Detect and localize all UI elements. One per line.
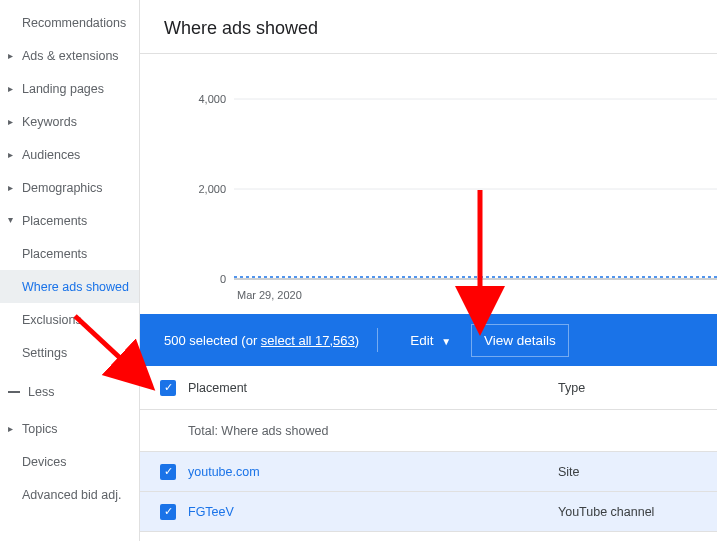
sidebar-item-label: Demographics xyxy=(22,181,103,195)
chevron-right-icon: ▸ xyxy=(8,50,18,61)
placement-cell[interactable]: FGTeeV xyxy=(188,505,558,519)
chevron-right-icon: ▸ xyxy=(8,83,18,94)
sidebar-item-landing-pages[interactable]: ▸ Landing pages xyxy=(0,72,139,105)
type-cell: YouTube channel xyxy=(558,505,654,519)
column-type[interactable]: Type xyxy=(558,381,585,395)
column-placement[interactable]: Placement xyxy=(188,381,558,395)
sidebar-item-placements[interactable]: ▾ Placements xyxy=(0,204,139,237)
chevron-right-icon: ▸ xyxy=(8,149,18,160)
view-details-button[interactable]: View details xyxy=(471,324,569,357)
sidebar-sub-where-ads-showed[interactable]: Where ads showed xyxy=(0,270,139,303)
sidebar-item-label: Audiences xyxy=(22,148,80,162)
sidebar-item-topics[interactable]: ▸ Topics xyxy=(0,412,139,445)
chevron-right-icon: ▸ xyxy=(8,116,18,127)
sidebar-sub-exclusions[interactable]: Exclusions xyxy=(0,303,139,336)
table-row[interactable]: ✓ FGTeeV YouTube channel xyxy=(140,492,717,532)
chart: 4,000 2,000 0 Mar 29, 2020 xyxy=(140,54,717,314)
sidebar-item-keywords[interactable]: ▸ Keywords xyxy=(0,105,139,138)
sidebar-item-label: Ads & extensions xyxy=(22,49,119,63)
header-checkbox[interactable]: ✓ xyxy=(160,380,176,396)
sidebar-sub-label: Exclusions xyxy=(22,313,82,327)
sidebar-item-demographics[interactable]: ▸ Demographics xyxy=(0,171,139,204)
main: Where ads showed 4,000 2,000 0 Mar 29, 2… xyxy=(140,0,717,541)
sidebar-item-label: Recommendations xyxy=(22,16,126,30)
table-header: ✓ Placement Type xyxy=(140,366,717,410)
sidebar-item-label: Placements xyxy=(22,214,87,228)
page-title: Where ads showed xyxy=(140,0,717,54)
sidebar-item-advanced-bid-adj[interactable]: ▸ Advanced bid adj. xyxy=(0,478,139,511)
selection-count: 500 selected (or select all 17,563) xyxy=(164,333,359,348)
sidebar-less-label: Less xyxy=(28,385,54,399)
xlabel: Mar 29, 2020 xyxy=(237,289,302,301)
sidebar-item-devices[interactable]: ▸ Devices xyxy=(0,445,139,478)
type-cell: Site xyxy=(558,465,580,479)
table-total-row: ✓ Total: Where ads showed xyxy=(140,410,717,452)
sidebar-sub-label: Placements xyxy=(22,247,87,261)
placement-cell[interactable]: youtube.com xyxy=(188,465,558,479)
chevron-right-icon: ▸ xyxy=(8,423,18,434)
ytick-4000: 4,000 xyxy=(198,93,226,105)
sidebar: ▸ Recommendations ▸ Ads & extensions ▸ L… xyxy=(0,0,140,541)
chevron-down-icon: ▾ xyxy=(8,214,18,225)
select-all-link[interactable]: select all 17,563 xyxy=(261,333,355,348)
sidebar-item-label: Topics xyxy=(22,422,57,436)
sidebar-sub-settings[interactable]: Settings xyxy=(0,336,139,369)
row-checkbox[interactable]: ✓ xyxy=(160,504,176,520)
divider xyxy=(377,328,382,352)
ytick-2000: 2,000 xyxy=(198,183,226,195)
sidebar-item-recommendations[interactable]: ▸ Recommendations xyxy=(0,6,139,39)
chevron-right-icon: ▸ xyxy=(8,182,18,193)
sidebar-sub-placements[interactable]: Placements xyxy=(0,237,139,270)
chevron-down-icon: ▼ xyxy=(441,336,451,347)
sidebar-item-label: Landing pages xyxy=(22,82,104,96)
sidebar-item-ads-extensions[interactable]: ▸ Ads & extensions xyxy=(0,39,139,72)
sidebar-item-audiences[interactable]: ▸ Audiences xyxy=(0,138,139,171)
minus-icon xyxy=(8,391,20,393)
sidebar-less[interactable]: Less xyxy=(0,375,139,408)
sidebar-item-label: Devices xyxy=(22,455,66,469)
row-checkbox[interactable]: ✓ xyxy=(160,464,176,480)
sidebar-item-label: Keywords xyxy=(22,115,77,129)
ytick-0: 0 xyxy=(220,273,226,285)
selection-action-bar: 500 selected (or select all 17,563) Edit… xyxy=(140,314,717,366)
sidebar-sub-label: Where ads showed xyxy=(22,280,129,294)
edit-button[interactable]: Edit ▼ xyxy=(400,327,461,354)
sidebar-item-label: Advanced bid adj. xyxy=(22,488,121,502)
table-row[interactable]: ✓ youtube.com Site xyxy=(140,452,717,492)
chart-svg: 4,000 2,000 0 Mar 29, 2020 xyxy=(164,54,717,314)
sidebar-sub-label: Settings xyxy=(22,346,67,360)
total-label: Total: Where ads showed xyxy=(188,424,558,438)
